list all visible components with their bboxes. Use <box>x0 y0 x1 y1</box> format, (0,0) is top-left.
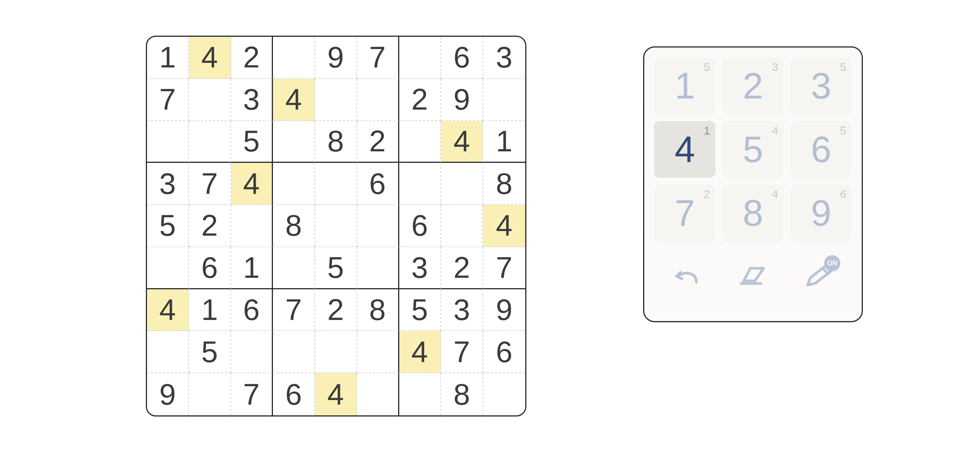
cell-r7-c7[interactable]: 5 <box>399 289 441 331</box>
cell-r3-c1[interactable] <box>147 121 189 163</box>
numpad-9[interactable]: 96 <box>791 185 852 241</box>
cell-r9-c1[interactable]: 9 <box>147 373 189 415</box>
cell-r9-c7[interactable] <box>399 373 441 415</box>
cell-r6-c3[interactable]: 1 <box>231 247 273 289</box>
cell-r9-c9[interactable] <box>483 373 525 415</box>
numpad-6[interactable]: 65 <box>791 121 852 178</box>
undo-button[interactable] <box>664 257 710 295</box>
cell-r2-c5[interactable] <box>315 79 357 121</box>
cell-r2-c4[interactable]: 4 <box>273 79 315 121</box>
cell-r7-c3[interactable]: 6 <box>231 289 273 331</box>
cell-r4-c4[interactable] <box>273 163 315 205</box>
cell-r6-c9[interactable]: 7 <box>483 247 525 289</box>
cell-r4-c1[interactable]: 3 <box>147 163 189 205</box>
numpad-remaining: 3 <box>772 61 778 74</box>
cell-r6-c7[interactable]: 3 <box>399 247 441 289</box>
cell-r1-c6[interactable]: 7 <box>357 37 399 79</box>
cell-r4-c7[interactable] <box>399 163 441 205</box>
cell-r8-c1[interactable] <box>147 331 189 373</box>
cell-r4-c3[interactable]: 4 <box>231 163 273 205</box>
cell-r3-c6[interactable]: 2 <box>357 121 399 163</box>
cell-r9-c4[interactable]: 6 <box>273 373 315 415</box>
numpad-4[interactable]: 41 <box>654 121 715 178</box>
cell-r3-c8[interactable]: 4 <box>441 121 483 163</box>
numpad-8[interactable]: 84 <box>722 185 784 241</box>
numpad-1[interactable]: 15 <box>654 57 715 114</box>
numpad-7[interactable]: 72 <box>654 185 715 241</box>
cell-r7-c5[interactable]: 2 <box>315 289 357 331</box>
cell-r4-c9[interactable]: 8 <box>483 163 525 205</box>
numpad-remaining: 2 <box>704 188 710 201</box>
cell-r4-c2[interactable]: 7 <box>189 163 231 205</box>
pencil-on-badge: ON <box>824 255 840 271</box>
cell-r2-c6[interactable] <box>357 79 399 121</box>
erase-button[interactable] <box>730 257 776 295</box>
cell-r1-c3[interactable]: 2 <box>231 37 273 79</box>
cell-r8-c5[interactable] <box>315 331 357 373</box>
cell-r1-c1[interactable]: 1 <box>147 37 189 79</box>
cell-r3-c5[interactable]: 8 <box>315 121 357 163</box>
cell-r7-c2[interactable]: 1 <box>189 289 231 331</box>
cell-r3-c4[interactable] <box>273 121 315 163</box>
cell-r8-c6[interactable] <box>357 331 399 373</box>
cell-r4-c6[interactable]: 6 <box>357 163 399 205</box>
cell-r9-c6[interactable] <box>357 373 399 415</box>
cell-r7-c9[interactable]: 9 <box>483 289 525 331</box>
cell-r6-c6[interactable] <box>357 247 399 289</box>
cell-r6-c8[interactable]: 2 <box>441 247 483 289</box>
cell-r5-c8[interactable] <box>441 205 483 247</box>
cell-r9-c8[interactable]: 8 <box>441 373 483 415</box>
cell-r6-c5[interactable]: 5 <box>315 247 357 289</box>
cell-r8-c2[interactable]: 5 <box>189 331 231 373</box>
cell-r7-c8[interactable]: 3 <box>441 289 483 331</box>
cell-r2-c9[interactable] <box>483 79 525 121</box>
cell-r2-c2[interactable] <box>189 79 231 121</box>
cell-r3-c2[interactable] <box>189 121 231 163</box>
numpad-digit: 8 <box>743 192 763 234</box>
cell-r4-c5[interactable] <box>315 163 357 205</box>
cell-r1-c7[interactable] <box>399 37 441 79</box>
cell-r6-c1[interactable] <box>147 247 189 289</box>
cell-r9-c3[interactable]: 7 <box>231 373 273 415</box>
cell-r9-c2[interactable] <box>189 373 231 415</box>
cell-r8-c4[interactable] <box>273 331 315 373</box>
numpad-5[interactable]: 54 <box>722 121 784 178</box>
cell-r8-c9[interactable]: 6 <box>483 331 525 373</box>
cell-r1-c8[interactable]: 6 <box>441 37 483 79</box>
cell-r3-c3[interactable]: 5 <box>231 121 273 163</box>
cell-r7-c1[interactable]: 4 <box>147 289 189 331</box>
cell-r8-c8[interactable]: 7 <box>441 331 483 373</box>
numpad-3[interactable]: 35 <box>791 57 852 114</box>
cell-r2-c1[interactable]: 7 <box>147 79 189 121</box>
cell-r2-c8[interactable]: 9 <box>441 79 483 121</box>
numpad-2[interactable]: 23 <box>722 57 784 114</box>
cell-r1-c9[interactable]: 3 <box>483 37 525 79</box>
cell-r3-c9[interactable]: 1 <box>483 121 525 163</box>
cell-r5-c2[interactable]: 2 <box>189 205 231 247</box>
cell-r5-c1[interactable]: 5 <box>147 205 189 247</box>
cell-r8-c7[interactable]: 4 <box>399 331 441 373</box>
numpad-remaining: 4 <box>772 124 778 137</box>
cell-r1-c4[interactable] <box>273 37 315 79</box>
cell-r2-c7[interactable]: 2 <box>399 79 441 121</box>
cell-r2-c3[interactable]: 3 <box>231 79 273 121</box>
cell-r7-c6[interactable]: 8 <box>357 289 399 331</box>
cell-r4-c8[interactable] <box>441 163 483 205</box>
cell-r1-c2[interactable]: 4 <box>189 37 231 79</box>
cell-r5-c7[interactable]: 6 <box>399 205 441 247</box>
cell-r5-c6[interactable] <box>357 205 399 247</box>
app-stage: 1429763734295824137468528646153274167285… <box>0 0 980 469</box>
cell-r9-c5[interactable]: 4 <box>315 373 357 415</box>
cell-r1-c5[interactable]: 9 <box>315 37 357 79</box>
cell-r5-c5[interactable] <box>315 205 357 247</box>
pencil-toggle[interactable]: ON <box>796 257 842 295</box>
cell-r8-c3[interactable] <box>231 331 273 373</box>
cell-r6-c4[interactable] <box>273 247 315 289</box>
cell-r5-c9[interactable]: 4 <box>483 205 525 247</box>
numpad-remaining: 4 <box>772 188 778 201</box>
cell-r6-c2[interactable]: 6 <box>189 247 231 289</box>
cell-r7-c4[interactable]: 7 <box>273 289 315 331</box>
cell-r5-c4[interactable]: 8 <box>273 205 315 247</box>
cell-r5-c3[interactable] <box>231 205 273 247</box>
cell-r3-c7[interactable] <box>399 121 441 163</box>
